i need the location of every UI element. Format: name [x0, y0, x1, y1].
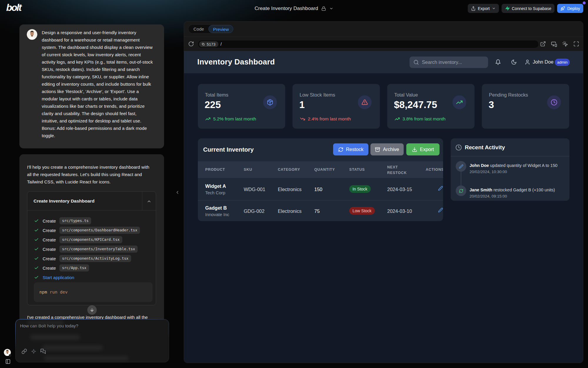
plan-card-header[interactable]: Create Inventory Dashboard [27, 192, 156, 210]
status-badge: In Stock [349, 185, 371, 193]
preview-toolbar-icons [540, 41, 579, 47]
kpi-delta: 5.2% from last month [205, 116, 256, 122]
fullscreen-icon[interactable] [573, 41, 579, 47]
arrow-down-icon [90, 308, 94, 312]
connect-supabase-button[interactable]: Connect to Supabase [502, 4, 555, 13]
topbar-actions: Export Connect to Supabase Deploy [468, 4, 583, 13]
redacted-blob [42, 345, 103, 351]
package-icon [263, 95, 277, 109]
cell-supplier: Innovate Inc [205, 212, 229, 217]
check-icon [34, 256, 39, 261]
inventory-title: Current Inventory [203, 146, 254, 153]
port-number: 5173 [207, 42, 216, 47]
column-category: Category [278, 168, 300, 172]
kpi-value: 3 [489, 99, 494, 110]
step-file[interactable]: src/components/DashboardHeader.tsx [59, 227, 140, 234]
link-icon [21, 349, 27, 354]
step-verb: Create [43, 256, 56, 261]
plan-step: Create src/components/ActivityLog.tsx [34, 254, 131, 263]
assistant-message: I'll help you create a comprehensive inv… [19, 154, 164, 322]
edit-icon[interactable] [438, 208, 443, 213]
step-verb: Create [43, 228, 56, 233]
plan-step: Create src/components/DashboardHeader.ts… [34, 226, 140, 235]
deploy-button[interactable]: Deploy [557, 4, 583, 13]
kpi-delta-text: 3.8% from last month [402, 116, 445, 122]
reload-icon[interactable] [188, 41, 194, 47]
chevron-down-icon[interactable] [329, 6, 333, 11]
user-avatar [27, 29, 37, 40]
project-title-group[interactable]: Create Inventory Dashboard [255, 0, 333, 17]
check-icon [34, 218, 39, 223]
edit-icon[interactable] [438, 186, 443, 191]
attach-link-button[interactable] [21, 349, 27, 354]
cell-quantity[interactable]: 75 [314, 208, 320, 214]
plan-step: Create src/types.ts [34, 216, 91, 226]
app-header: Inventory Dashboard John Doe admin [184, 51, 583, 73]
step-file[interactable]: src/components/ActivityLog.tsx [59, 255, 131, 262]
step-file[interactable]: src/components/InventoryTable.tsx [59, 246, 138, 253]
kpi-card-pending-restocks: Pending Restocks 3 [482, 84, 569, 129]
enhance-prompt-button[interactable] [31, 349, 36, 354]
pointer-click-icon[interactable] [562, 41, 568, 47]
search-input[interactable] [422, 57, 485, 68]
step-file[interactable]: src/types.ts [59, 217, 91, 224]
column-actions: Actions [426, 168, 443, 172]
toggle-sidebar-button[interactable] [5, 359, 11, 364]
cell-quantity[interactable]: 150 [314, 187, 323, 192]
recent-activity-card: Recent Activity John Doe updated quantit… [451, 138, 569, 201]
user-message-text: Design a responsive and user-friendly in… [42, 29, 153, 139]
bolt-logo[interactable]: bolt [6, 2, 21, 13]
devices-icon[interactable] [551, 41, 557, 47]
moon-icon[interactable] [511, 59, 517, 65]
trending-down-icon [300, 116, 305, 122]
column-quantity: Quantity [314, 168, 335, 172]
user-icon [524, 59, 530, 65]
chat-input-toolbar [21, 349, 46, 354]
chat-input-box[interactable] [15, 319, 169, 362]
column-next-restock: Next Restock [387, 165, 412, 176]
cell-restock: 2024-03-15 [387, 187, 412, 192]
export-button[interactable]: Export [468, 4, 499, 13]
user-name: John Doe [533, 59, 554, 65]
trending-up-icon [452, 95, 466, 109]
bell-icon[interactable] [495, 59, 501, 65]
activity-action: updated quantity of Widget A to 150 [489, 163, 557, 168]
scroll-to-bottom-button[interactable] [87, 305, 97, 315]
command-program: npm [39, 290, 47, 294]
trending-up-icon [395, 116, 400, 122]
cell-sku: GDG-002 [244, 208, 265, 214]
start-application-link[interactable]: Start application [43, 275, 74, 280]
cell-supplier: Tech Corp [205, 190, 226, 195]
kpi-delta-text: 5.2% from last month [213, 116, 256, 122]
kpi-card-total-value: Total Value $8,247.75 3.8% from last mon… [387, 84, 475, 129]
redacted-blob [44, 356, 128, 361]
assistant-intro-text: I'll help you create a comprehensive inv… [27, 163, 152, 185]
activity-user: Jane Smith [470, 188, 492, 192]
activity-connector [461, 172, 461, 185]
port-pill[interactable]: 5173 [199, 41, 218, 47]
tab-code[interactable]: Code [189, 26, 208, 32]
collapse-chat-chevron[interactable] [175, 190, 180, 195]
open-external-icon[interactable] [540, 41, 546, 47]
discussion-mode-button[interactable] [40, 349, 46, 354]
preview-address-bar[interactable]: 5173 / [198, 40, 539, 48]
table-row: Gadget BInnovate Inc GDG-002 Electronics… [198, 200, 443, 221]
export-csv-button[interactable]: Export [406, 143, 440, 155]
chevron-up-icon[interactable] [147, 199, 151, 204]
preview-url-row: 5173 / [184, 37, 583, 51]
terminal-command-block: npm run dev [34, 282, 153, 302]
plan-step: Create src/components/InventoryTable.tsx [34, 244, 138, 254]
step-file[interactable]: src/App.tsx [59, 264, 89, 271]
activity-action: restocked Gadget B (+100 units) [492, 188, 555, 192]
archive-button[interactable]: Archive [370, 143, 404, 155]
restock-button[interactable]: Restock [333, 143, 368, 155]
role-badge: admin [555, 59, 570, 66]
preview-pane: Code Preview 5173 / Inventory Dashboard [184, 21, 583, 363]
search-icon [413, 59, 419, 65]
top-bar: bolt Create Inventory Dashboard Export C… [0, 0, 588, 17]
step-file[interactable]: src/components/KPICard.tsx [59, 236, 122, 243]
cell-sku: WDG-001 [244, 187, 265, 192]
activity-header: Recent Activity [451, 138, 569, 156]
tab-preview[interactable]: Preview [208, 25, 233, 33]
search-box[interactable] [410, 57, 488, 68]
